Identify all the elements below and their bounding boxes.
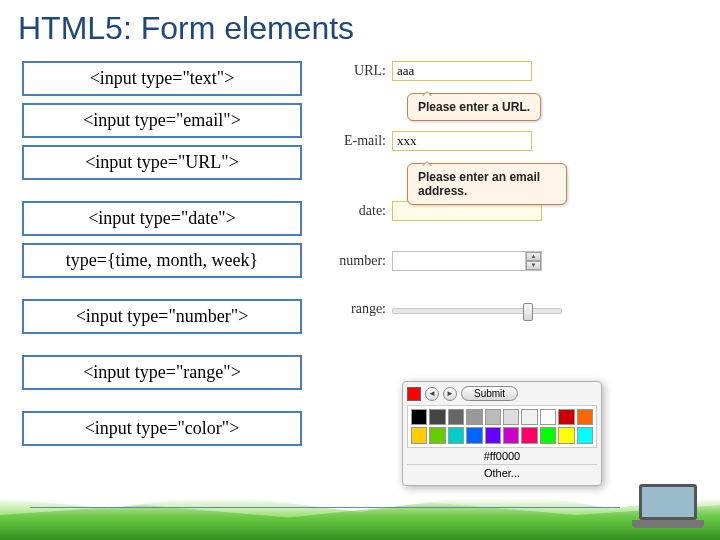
- code-examples-column: <input type="text"> <input type="email">…: [22, 61, 302, 446]
- email-validation-tooltip: Please enter an email address.: [407, 163, 567, 205]
- color-swatch[interactable]: [558, 409, 574, 425]
- demo-column: URL: Please enter a URL. E-mail: Please …: [332, 61, 698, 446]
- number-row: number: ▲ ▼: [332, 251, 698, 271]
- color-swatch[interactable]: [448, 409, 464, 425]
- color-swatch[interactable]: [411, 427, 427, 443]
- code-input-url: <input type="URL">: [22, 145, 302, 180]
- color-swatch[interactable]: [485, 409, 501, 425]
- slide-title: HTML5: Form elements: [0, 0, 720, 61]
- color-swatch[interactable]: [577, 427, 593, 443]
- code-input-email: <input type="email">: [22, 103, 302, 138]
- date-label: date:: [332, 203, 392, 219]
- email-input[interactable]: [392, 131, 532, 151]
- code-input-text: <input type="text">: [22, 61, 302, 96]
- color-swatch[interactable]: [540, 409, 556, 425]
- spinner-up-icon[interactable]: ▲: [526, 252, 541, 261]
- code-input-color: <input type="color">: [22, 411, 302, 446]
- code-input-time-month-week: type={time, month, week}: [22, 243, 302, 278]
- color-swatch[interactable]: [429, 409, 445, 425]
- color-palette: [407, 405, 597, 448]
- url-row: URL:: [332, 61, 698, 81]
- submit-button[interactable]: Submit: [461, 386, 518, 401]
- color-swatch[interactable]: [503, 409, 519, 425]
- hex-value-label: #ff0000: [407, 448, 597, 464]
- range-input[interactable]: [392, 308, 562, 314]
- number-input[interactable]: ▲ ▼: [392, 251, 542, 271]
- next-color-icon[interactable]: ►: [443, 387, 457, 401]
- color-swatch[interactable]: [521, 409, 537, 425]
- color-swatch[interactable]: [577, 409, 593, 425]
- decorative-wave-2: [0, 490, 720, 540]
- color-swatch[interactable]: [448, 427, 464, 443]
- color-swatch[interactable]: [466, 427, 482, 443]
- url-input[interactable]: [392, 61, 532, 81]
- code-input-range: <input type="range">: [22, 355, 302, 390]
- color-picker-popup: ◄ ► Submit #ff0000 Other...: [402, 381, 602, 486]
- spinner-down-icon[interactable]: ▼: [526, 261, 541, 270]
- url-label: URL:: [332, 63, 392, 79]
- color-swatch[interactable]: [411, 409, 427, 425]
- color-swatch[interactable]: [503, 427, 519, 443]
- color-swatch[interactable]: [558, 427, 574, 443]
- color-swatch[interactable]: [521, 427, 537, 443]
- url-validation-tooltip: Please enter a URL.: [407, 93, 541, 121]
- footer-divider: [30, 507, 620, 508]
- other-colors-button[interactable]: Other...: [407, 464, 597, 481]
- range-row: range:: [332, 301, 698, 317]
- range-label: range:: [332, 301, 392, 317]
- color-swatch[interactable]: [540, 427, 556, 443]
- email-label: E-mail:: [332, 133, 392, 149]
- current-color-swatch[interactable]: [407, 387, 421, 401]
- prev-color-icon[interactable]: ◄: [425, 387, 439, 401]
- code-input-date: <input type="date">: [22, 201, 302, 236]
- color-swatch[interactable]: [429, 427, 445, 443]
- color-swatch[interactable]: [466, 409, 482, 425]
- laptop-icon: [628, 484, 708, 534]
- content-area: <input type="text"> <input type="email">…: [0, 61, 720, 446]
- color-swatch[interactable]: [485, 427, 501, 443]
- number-spinner[interactable]: ▲ ▼: [525, 252, 541, 270]
- code-input-number: <input type="number">: [22, 299, 302, 334]
- email-row: E-mail:: [332, 131, 698, 151]
- color-picker-header: ◄ ► Submit: [407, 386, 597, 401]
- range-thumb[interactable]: [523, 303, 533, 321]
- number-label: number:: [332, 253, 392, 269]
